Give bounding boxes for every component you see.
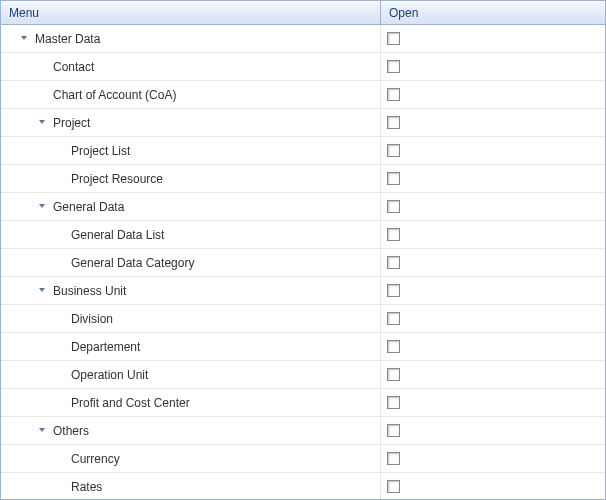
open-checkbox[interactable] (387, 452, 400, 465)
open-checkbox[interactable] (387, 396, 400, 409)
menu-cell: Contact (1, 53, 381, 80)
grid-body: Master DataContactChart of Account (CoA)… (1, 25, 605, 499)
open-cell (381, 473, 605, 499)
tree-row[interactable]: Contact (1, 53, 605, 81)
tree-row-label: Others (49, 424, 89, 438)
tree-row[interactable]: Master Data (1, 25, 605, 53)
open-checkbox[interactable] (387, 200, 400, 213)
menu-cell: Operation Unit (1, 361, 381, 388)
menu-cell: Project (1, 109, 381, 136)
open-checkbox[interactable] (387, 116, 400, 129)
header-menu-label: Menu (9, 6, 39, 20)
expand-arrow-icon[interactable] (17, 35, 31, 43)
menu-cell: Rates (1, 473, 381, 499)
open-checkbox[interactable] (387, 256, 400, 269)
tree-row-label: General Data Category (67, 256, 194, 270)
tree-row[interactable]: Profit and Cost Center (1, 389, 605, 417)
menu-cell: Business Unit (1, 277, 381, 304)
open-checkbox[interactable] (387, 32, 400, 45)
menu-cell: Currency (1, 445, 381, 472)
expand-arrow-icon[interactable] (35, 119, 49, 127)
tree-row[interactable]: Project (1, 109, 605, 137)
open-checkbox[interactable] (387, 312, 400, 325)
tree-row-label: Project Resource (67, 172, 163, 186)
menu-cell: Division (1, 305, 381, 332)
tree-row-label: Division (67, 312, 113, 326)
tree-row-label: Rates (67, 480, 102, 494)
tree-row-label: Departement (67, 340, 140, 354)
open-checkbox[interactable] (387, 368, 400, 381)
open-cell (381, 277, 605, 304)
open-cell (381, 193, 605, 220)
open-checkbox[interactable] (387, 88, 400, 101)
tree-row[interactable]: Rates (1, 473, 605, 499)
tree-row-label: General Data (49, 200, 124, 214)
open-cell (381, 81, 605, 108)
open-checkbox[interactable] (387, 284, 400, 297)
expand-arrow-icon[interactable] (35, 203, 49, 211)
tree-row-label: Currency (67, 452, 120, 466)
tree-row-label: Contact (49, 60, 94, 74)
tree-row-label: Master Data (31, 32, 100, 46)
tree-row-label: Business Unit (49, 284, 126, 298)
menu-cell: Departement (1, 333, 381, 360)
tree-row[interactable]: General Data List (1, 221, 605, 249)
open-cell (381, 53, 605, 80)
tree-row[interactable]: General Data Category (1, 249, 605, 277)
open-checkbox[interactable] (387, 480, 400, 493)
menu-cell: Chart of Account (CoA) (1, 81, 381, 108)
tree-row[interactable]: Others (1, 417, 605, 445)
tree-row[interactable]: Departement (1, 333, 605, 361)
open-checkbox[interactable] (387, 228, 400, 241)
open-cell (381, 137, 605, 164)
open-cell (381, 109, 605, 136)
open-cell (381, 417, 605, 444)
open-checkbox[interactable] (387, 340, 400, 353)
tree-row[interactable]: Chart of Account (CoA) (1, 81, 605, 109)
menu-cell: Others (1, 417, 381, 444)
tree-row[interactable]: Division (1, 305, 605, 333)
tree-row[interactable]: Project Resource (1, 165, 605, 193)
tree-row[interactable]: Currency (1, 445, 605, 473)
tree-row[interactable]: Business Unit (1, 277, 605, 305)
header-menu[interactable]: Menu (1, 1, 381, 24)
tree-row-label: Operation Unit (67, 368, 148, 382)
open-checkbox[interactable] (387, 144, 400, 157)
menu-cell: Profit and Cost Center (1, 389, 381, 416)
menu-cell: Project Resource (1, 165, 381, 192)
header-open[interactable]: Open (381, 1, 605, 24)
expand-arrow-icon[interactable] (35, 287, 49, 295)
open-cell (381, 249, 605, 276)
open-checkbox[interactable] (387, 60, 400, 73)
open-cell (381, 165, 605, 192)
tree-row-label: Project List (67, 144, 130, 158)
menu-cell: Master Data (1, 25, 381, 52)
open-cell (381, 333, 605, 360)
open-cell (381, 25, 605, 52)
open-cell (381, 221, 605, 248)
tree-grid: Menu Open Master DataContactChart of Acc… (0, 0, 606, 500)
expand-arrow-icon[interactable] (35, 427, 49, 435)
header-row: Menu Open (1, 1, 605, 25)
menu-cell: General Data (1, 193, 381, 220)
open-checkbox[interactable] (387, 172, 400, 185)
open-checkbox[interactable] (387, 424, 400, 437)
tree-row-label: General Data List (67, 228, 164, 242)
menu-cell: General Data Category (1, 249, 381, 276)
open-cell (381, 305, 605, 332)
tree-row-label: Profit and Cost Center (67, 396, 190, 410)
header-open-label: Open (389, 6, 418, 20)
open-cell (381, 389, 605, 416)
tree-row[interactable]: Operation Unit (1, 361, 605, 389)
tree-row[interactable]: General Data (1, 193, 605, 221)
tree-row-label: Chart of Account (CoA) (49, 88, 176, 102)
tree-row-label: Project (49, 116, 90, 130)
menu-cell: General Data List (1, 221, 381, 248)
menu-cell: Project List (1, 137, 381, 164)
open-cell (381, 361, 605, 388)
open-cell (381, 445, 605, 472)
tree-row[interactable]: Project List (1, 137, 605, 165)
